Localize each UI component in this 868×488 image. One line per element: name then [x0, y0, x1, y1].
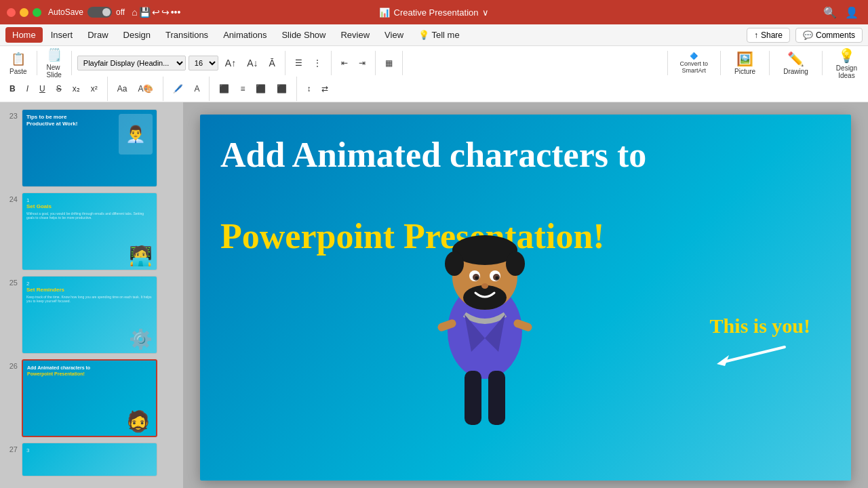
- bold-button[interactable]: B: [5, 83, 20, 95]
- picture-icon: 🖼️: [736, 51, 753, 67]
- character-figure: [417, 196, 607, 481]
- undo-icon[interactable]: ↩: [152, 7, 160, 18]
- picture-label: Picture: [734, 68, 755, 75]
- account-icon[interactable]: 👤: [842, 6, 861, 19]
- strikethrough-button[interactable]: S: [52, 83, 66, 95]
- bullet-list-button[interactable]: ☰: [291, 57, 307, 69]
- design-ideas-button[interactable]: 💡 DesignIdeas: [831, 46, 863, 81]
- menu-slideshow[interactable]: Slide Show: [275, 27, 332, 43]
- slide-24-title: Set Goals: [26, 203, 153, 210]
- title-text: Creative Presentation: [393, 7, 478, 18]
- convert-smartart-button[interactable]: 🔷 Convert toSmartArt: [676, 51, 713, 75]
- menu-design[interactable]: Design: [117, 27, 157, 43]
- italic-button[interactable]: I: [22, 83, 33, 95]
- font-size-selector[interactable]: 16: [189, 56, 218, 70]
- menu-home[interactable]: Home: [5, 27, 43, 43]
- slide-thumb-24[interactable]: 24 1 Set Goals Without a goal, you would…: [0, 190, 183, 273]
- font-fill-button[interactable]: A: [190, 83, 203, 95]
- slide-thumb-25[interactable]: 25 2 Set Reminders Keep track of the tim…: [0, 273, 183, 357]
- design-ideas-label: DesignIdeas: [836, 64, 857, 79]
- superscript-button[interactable]: x²: [87, 83, 102, 95]
- comments-label: Comments: [816, 30, 855, 40]
- menu-review[interactable]: Review: [334, 27, 376, 43]
- ribbon: 📋 Paste 🗒️ NewSlide Playfair Display (He…: [0, 46, 868, 102]
- close-button[interactable]: [7, 8, 16, 17]
- slide-24-figure: 🧑‍💻: [129, 245, 153, 267]
- ribbon-divider-13: [296, 77, 297, 101]
- more-icon[interactable]: •••: [171, 7, 181, 18]
- menu-insert[interactable]: Insert: [44, 27, 80, 43]
- paste-icon: 📋: [11, 52, 26, 66]
- ribbon-divider-convert: [667, 51, 668, 75]
- ribbon-divider-10: [107, 77, 108, 101]
- slide-26-title: Add Animated characters toPowerpoint Pre…: [27, 365, 152, 377]
- menu-tell-me[interactable]: 💡 Tell me: [412, 27, 467, 43]
- highlight-button[interactable]: 🖊️: [169, 83, 187, 95]
- columns-button[interactable]: ▦: [381, 57, 397, 69]
- slide-thumb-26[interactable]: 26 Add Animated characters toPowerpoint …: [0, 357, 183, 440]
- redo-icon[interactable]: ↪: [161, 7, 170, 18]
- slide-24-num: 1: [26, 197, 153, 203]
- subscript-button[interactable]: x₂: [68, 83, 84, 95]
- home-icon[interactable]: ⌂: [132, 7, 137, 18]
- underline-button[interactable]: U: [35, 83, 50, 95]
- text-direction-button[interactable]: ⇄: [317, 83, 332, 95]
- comments-button[interactable]: 💬 Comments: [795, 28, 863, 43]
- share-label: Share: [761, 30, 783, 40]
- menu-view[interactable]: View: [378, 27, 410, 43]
- autosave-label: AutoSave: [48, 7, 83, 17]
- new-slide-button[interactable]: 🗒️ NewSlide: [43, 46, 66, 80]
- picture-button[interactable]: 🖼️ Picture: [729, 49, 761, 77]
- svg-point-12: [481, 283, 488, 289]
- smartart-icon: 🔷: [690, 52, 698, 60]
- slide-preview-27: 3: [22, 443, 157, 476]
- main-area: 23 Tips to be moreProductive at Work! 👨‍…: [0, 102, 868, 488]
- menu-transitions[interactable]: Transitions: [159, 27, 215, 43]
- slide-23-title: Tips to be moreProductive at Work!: [26, 114, 116, 127]
- text-case-button[interactable]: Aa: [113, 83, 132, 95]
- line-spacing-button[interactable]: ↕: [302, 83, 315, 95]
- ribbon-divider-3: [285, 51, 285, 75]
- drawing-button[interactable]: ✏️ Drawing: [778, 49, 814, 77]
- maximize-button[interactable]: [33, 8, 41, 17]
- numbered-list-button[interactable]: ⋮: [309, 57, 326, 69]
- slide-panel: 23 Tips to be moreProductive at Work! 👨‍…: [0, 102, 183, 488]
- slide-preview-25: 2 Set Reminders Keep track of the time. …: [22, 276, 157, 354]
- canvas-area: Add Animated characters to Powerpoint Pr…: [183, 102, 868, 488]
- arrow-svg: [710, 340, 791, 367]
- align-center-button[interactable]: ≡: [236, 83, 249, 95]
- menu-draw[interactable]: Draw: [81, 27, 115, 43]
- ribbon-row1: 📋 Paste 🗒️ NewSlide Playfair Display (He…: [5, 49, 863, 77]
- slide-thumb-23[interactable]: 23 Tips to be moreProductive at Work! 👨‍…: [0, 106, 183, 190]
- slide-content-24: 1 Set Goals Without a goal, you would be…: [22, 193, 157, 270]
- shrink-font-button[interactable]: A↓: [243, 56, 262, 70]
- decrease-indent-button[interactable]: ⇤: [337, 57, 352, 69]
- menu-animations[interactable]: Animations: [216, 27, 273, 43]
- grow-font-button[interactable]: A↑: [221, 56, 240, 70]
- clear-format-button[interactable]: Ā: [265, 56, 279, 70]
- share-button[interactable]: ↑ Share: [747, 28, 790, 43]
- comment-icon: 💬: [803, 30, 813, 40]
- font-selector[interactable]: Playfair Display (Headin...: [77, 56, 186, 70]
- align-right-button[interactable]: ⬛: [252, 83, 270, 95]
- paste-button[interactable]: 📋 Paste: [5, 50, 31, 77]
- font-color-button[interactable]: A🎨: [134, 83, 157, 95]
- save-icon[interactable]: 💾: [139, 7, 151, 18]
- slide-num-24: 24: [5, 192, 18, 203]
- title-chevron: ∨: [482, 7, 489, 18]
- slide-thumb-27[interactable]: 27 3: [0, 440, 183, 479]
- justify-button[interactable]: ⬛: [273, 83, 291, 95]
- search-icon[interactable]: 🔍: [821, 6, 840, 19]
- increase-indent-button[interactable]: ⇥: [355, 57, 370, 69]
- slide-23-figure: 👨‍💼: [119, 114, 153, 155]
- menu-right: ↑ Share 💬 Comments: [747, 28, 863, 43]
- slide-canvas[interactable]: Add Animated characters to Powerpoint Pr…: [200, 115, 851, 481]
- new-slide-label: NewSlide: [47, 64, 62, 79]
- align-left-button[interactable]: ⬛: [215, 83, 233, 95]
- slide-content-26: Add Animated characters toPowerpoint Pre…: [23, 361, 156, 436]
- autosave-toggle[interactable]: [87, 7, 112, 18]
- minimize-button[interactable]: [20, 8, 28, 17]
- lightbulb-icon: 💡: [418, 30, 429, 40]
- slide-25-figure: ⚙️: [129, 328, 153, 350]
- svg-point-10: [475, 277, 479, 280]
